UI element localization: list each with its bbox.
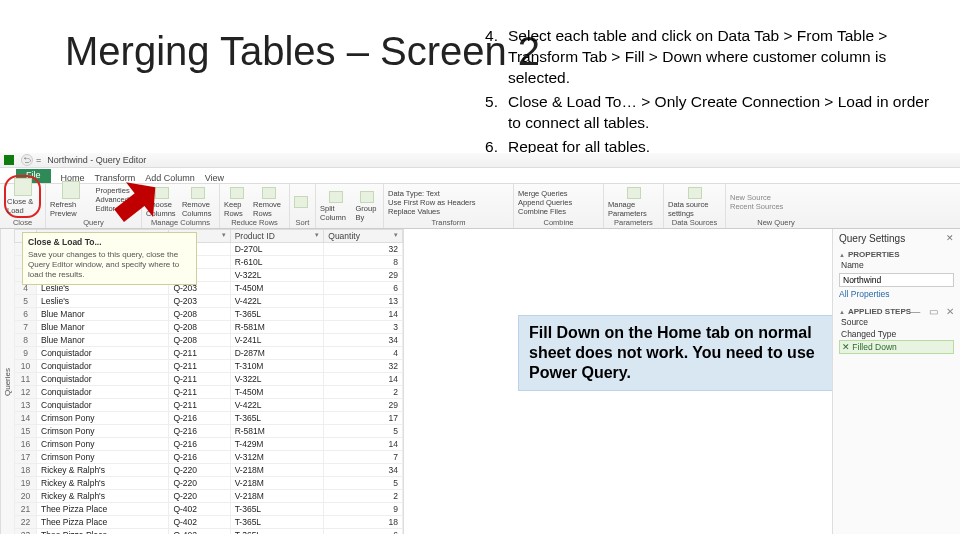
table-row[interactable]: 18 Rickey & Ralph's Q-220 V-218M 34 <box>15 464 403 477</box>
applied-step[interactable]: Source <box>839 316 954 328</box>
applied-step[interactable]: ✕ Filled Down <box>839 340 954 354</box>
close-load-button[interactable]: Close & Load <box>7 178 38 215</box>
cell-product: R-610L <box>230 256 324 269</box>
cell-product: V-218M <box>230 464 324 477</box>
cell-qty: 14 <box>324 308 403 321</box>
merge-button[interactable]: Merge Queries <box>518 189 572 198</box>
col-product[interactable]: Product ID▾ <box>230 230 324 243</box>
table-row[interactable]: 13 Conquistador Q-211 V-422L 29 <box>15 399 403 412</box>
groupby-button[interactable]: Group By <box>356 191 379 222</box>
queries-pane-tab[interactable]: Queries <box>0 229 14 534</box>
cell-product: T-365L <box>230 529 324 535</box>
group-reduce-label: Reduce Rows <box>224 218 285 227</box>
dropdown-icon[interactable]: ▾ <box>222 231 226 239</box>
remove-cols-button[interactable]: Remove Columns <box>182 187 215 218</box>
combinefiles-button[interactable]: Combine Files <box>518 207 572 216</box>
table-row[interactable]: 8 Blue Manor Q-208 V-241L 34 <box>15 334 403 347</box>
dropdown-icon[interactable]: ▾ <box>315 231 319 239</box>
table-row[interactable]: 19 Rickey & Ralph's Q-220 V-218M 5 <box>15 477 403 490</box>
col-qty[interactable]: Quantity▾ <box>324 230 403 243</box>
cell-qty: 32 <box>324 360 403 373</box>
group-close: Close & Load Close <box>0 184 46 228</box>
cell-customer: Crimson Pony <box>37 425 169 438</box>
name-field[interactable]: Northwind <box>839 273 954 287</box>
remove-rows-button[interactable]: Remove Rows <box>253 187 285 218</box>
cell-qty: 14 <box>324 373 403 386</box>
titlebar-sep: = <box>36 155 41 165</box>
dropdown-icon[interactable]: ▾ <box>394 231 398 239</box>
cell-product: V-218M <box>230 490 324 503</box>
name-label: Name <box>839 259 954 271</box>
tab-view[interactable]: View <box>205 173 224 183</box>
cell-order: Q-208 <box>169 334 230 347</box>
cell-product: T-365L <box>230 516 324 529</box>
cell-qty: 5 <box>324 477 403 490</box>
datatype-button[interactable]: Data Type: Text <box>388 189 476 198</box>
all-properties-link[interactable]: All Properties <box>839 289 954 299</box>
table-row[interactable]: 5 Leslie's Q-203 V-422L 13 <box>15 295 403 308</box>
table-row[interactable]: 14 Crimson Pony Q-216 T-365L 17 <box>15 412 403 425</box>
tab-addcolumn[interactable]: Add Column <box>145 173 195 183</box>
undo-icon[interactable]: ⮌ <box>21 154 33 166</box>
split-icon <box>329 191 343 203</box>
col-product-label: Product ID <box>235 231 275 241</box>
split-col-button[interactable]: Split Column <box>320 191 352 222</box>
cell-qty: 2 <box>324 386 403 399</box>
section-properties[interactable]: PROPERTIES <box>839 250 954 259</box>
datasource-button[interactable]: Data source settings <box>668 187 721 218</box>
window-controls[interactable]: — ▭ ✕ <box>910 306 954 317</box>
recentsource-button[interactable]: Recent Sources <box>730 202 783 211</box>
table-row[interactable]: 12 Conquistador Q-211 T-450M 2 <box>15 386 403 399</box>
cell-customer: Thee Pizza Place <box>37 529 169 535</box>
manage-params-button[interactable]: Manage Parameters <box>608 187 659 218</box>
group-transform-label: Transform <box>388 218 509 227</box>
group-sort: Sort <box>290 184 316 228</box>
cell-order: Q-211 <box>169 347 230 360</box>
table-row[interactable]: 11 Conquistador Q-211 V-322L 14 <box>15 373 403 386</box>
table-row[interactable]: 15 Crimson Pony Q-216 R-581M 5 <box>15 425 403 438</box>
table-row[interactable]: 20 Rickey & Ralph's Q-220 V-218M 2 <box>15 490 403 503</box>
row-number: 5 <box>15 295 37 308</box>
cell-customer: Thee Pizza Place <box>37 503 169 516</box>
table-row[interactable]: 17 Crimson Pony Q-216 V-312M 7 <box>15 451 403 464</box>
row-number: 10 <box>15 360 37 373</box>
params-icon <box>627 187 641 199</box>
refresh-button[interactable]: Refresh Preview <box>50 181 92 218</box>
remove-rows-label: Remove Rows <box>253 200 285 218</box>
keep-rows-button[interactable]: Keep Rows <box>224 187 249 218</box>
group-datasource-label: Data Sources <box>668 218 721 227</box>
table-row[interactable]: 22 Thee Pizza Place Q-402 T-365L 18 <box>15 516 403 529</box>
applied-step[interactable]: Changed Type <box>839 328 954 340</box>
step-text: Select each table and click on Data Tab … <box>508 26 940 89</box>
table-row[interactable]: 9 Conquistador Q-211 D-287M 4 <box>15 347 403 360</box>
close-icon[interactable]: ✕ <box>946 233 954 243</box>
cell-order: Q-211 <box>169 399 230 412</box>
cell-product: D-270L <box>230 243 324 256</box>
cell-customer: Leslie's <box>37 295 169 308</box>
cell-order: Q-216 <box>169 425 230 438</box>
newsource-button[interactable]: New Source <box>730 193 783 202</box>
sort-button[interactable] <box>294 196 308 208</box>
table-row[interactable]: 10 Conquistador Q-211 T-310M 32 <box>15 360 403 373</box>
datasource-label: Data source settings <box>668 200 721 218</box>
cell-qty: 2 <box>324 490 403 503</box>
row-number: 9 <box>15 347 37 360</box>
cell-customer: Crimson Pony <box>37 412 169 425</box>
table-row[interactable]: 7 Blue Manor Q-208 R-581M 3 <box>15 321 403 334</box>
table-row[interactable]: 6 Blue Manor Q-208 T-365L 14 <box>15 308 403 321</box>
cell-customer: Blue Manor <box>37 308 169 321</box>
replace-button[interactable]: Replace Values <box>388 207 476 216</box>
remove-rows-icon <box>262 187 276 199</box>
row-number: 23 <box>15 529 37 535</box>
table-row[interactable]: 21 Thee Pizza Place Q-402 T-365L 9 <box>15 503 403 516</box>
table-row[interactable]: 16 Crimson Pony Q-216 T-429M 14 <box>15 438 403 451</box>
row-number: 18 <box>15 464 37 477</box>
table-row[interactable]: 23 Thee Pizza Place Q-402 T-365L 6 <box>15 529 403 535</box>
cell-product: T-450M <box>230 282 324 295</box>
step-text: Close & Load To… > Only Create Connectio… <box>508 92 940 134</box>
append-button[interactable]: Append Queries <box>518 198 572 207</box>
cell-order: Q-220 <box>169 477 230 490</box>
cell-product: T-310M <box>230 360 324 373</box>
firstrow-button[interactable]: Use First Row as Headers <box>388 198 476 207</box>
group-newquery: New Source Recent Sources New Query <box>726 184 826 228</box>
